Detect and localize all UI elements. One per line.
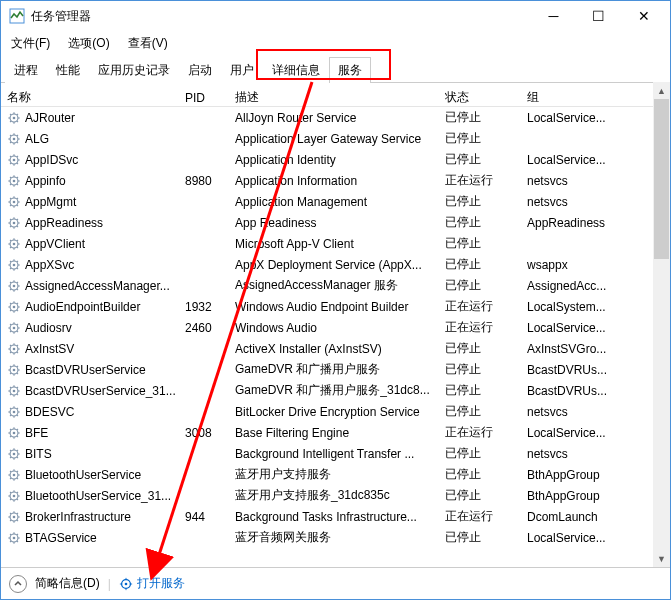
svg-line-7 xyxy=(10,113,11,114)
collapse-icon[interactable] xyxy=(9,575,27,593)
cell-desc: Base Filtering Engine xyxy=(229,426,439,440)
close-button[interactable]: ✕ xyxy=(621,2,666,31)
tab-performance[interactable]: 性能 xyxy=(47,57,89,83)
table-row[interactable]: BcastDVRUserService_31...GameDVR 和广播用户服务… xyxy=(1,380,670,401)
svg-point-212 xyxy=(124,582,127,585)
svg-line-210 xyxy=(10,540,11,541)
table-row[interactable]: AppReadinessApp Readiness已停止AppReadiness xyxy=(1,212,670,233)
scrollbar[interactable]: ▲ ▼ xyxy=(653,82,670,567)
table-row[interactable]: BrokerInfrastructure944Background Tasks … xyxy=(1,506,670,527)
maximize-button[interactable]: ☐ xyxy=(576,2,621,31)
menu-options[interactable]: 选项(O) xyxy=(64,33,113,54)
svg-line-38 xyxy=(17,183,18,184)
svg-line-70 xyxy=(10,246,11,247)
svg-line-167 xyxy=(10,449,11,450)
cell-desc: GameDVR 和广播用户服务 xyxy=(229,361,439,378)
tab-app-history[interactable]: 应用历史记录 xyxy=(89,57,179,83)
tab-processes[interactable]: 进程 xyxy=(5,57,47,83)
tab-startup[interactable]: 启动 xyxy=(179,57,221,83)
table-row[interactable]: AssignedAccessManager...AssignedAccessMa… xyxy=(1,275,670,296)
table-row[interactable]: BDESVCBitLocker Drive Encryption Service… xyxy=(1,401,670,422)
table-row[interactable]: BITSBackground Intelligent Transfer ...已… xyxy=(1,443,670,464)
footer-divider: | xyxy=(108,577,111,591)
menu-file[interactable]: 文件(F) xyxy=(7,33,54,54)
table-row[interactable]: AudioEndpointBuilder1932Windows Audio En… xyxy=(1,296,670,317)
svg-line-77 xyxy=(10,260,11,261)
gear-icon xyxy=(7,363,21,377)
table-row[interactable]: AppMgmtApplication Management已停止netsvcs xyxy=(1,191,670,212)
table-row[interactable]: Appinfo8980Application Information正在运行ne… xyxy=(1,170,670,191)
table-row[interactable]: AppXSvcAppX Deployment Service (AppX...已… xyxy=(1,254,670,275)
cell-status: 已停止 xyxy=(439,277,521,294)
table-row[interactable]: Audiosrv2460Windows Audio正在运行LocalServic… xyxy=(1,317,670,338)
scrollbar-thumb[interactable] xyxy=(654,99,669,259)
cell-desc: Windows Audio Endpoint Builder xyxy=(229,300,439,314)
tab-details[interactable]: 详细信息 xyxy=(263,57,329,83)
cell-status: 正在运行 xyxy=(439,172,521,189)
brief-info-button[interactable]: 简略信息(D) xyxy=(35,575,100,592)
svg-point-192 xyxy=(13,515,16,518)
gear-icon xyxy=(7,321,21,335)
table-row[interactable]: BFE3008Base Filtering Engine正在运行LocalSer… xyxy=(1,422,670,443)
table-row[interactable]: AppVClientMicrosoft App-V Client已停止 xyxy=(1,233,670,254)
svg-point-112 xyxy=(13,347,16,350)
cell-pid: 944 xyxy=(179,510,229,524)
gear-icon xyxy=(7,384,21,398)
gear-icon xyxy=(7,510,21,524)
table-row[interactable]: BluetoothUserService_31...蓝牙用户支持服务_31dc8… xyxy=(1,485,670,506)
cell-desc: Microsoft App-V Client xyxy=(229,237,439,251)
svg-line-48 xyxy=(17,204,18,205)
table-row[interactable]: AxInstSVActiveX Installer (AxInstSV)已停止A… xyxy=(1,338,670,359)
open-services-link[interactable]: 打开服务 xyxy=(119,575,185,592)
gear-icon xyxy=(7,174,21,188)
cell-desc: 蓝牙用户支持服务 xyxy=(229,466,439,483)
svg-line-140 xyxy=(10,393,11,394)
svg-point-22 xyxy=(13,158,16,161)
table-row[interactable]: BTAGService蓝牙音频网关服务已停止LocalService... xyxy=(1,527,670,548)
cell-group: LocalService... xyxy=(521,111,631,125)
svg-point-172 xyxy=(13,473,16,476)
cell-desc: AppX Deployment Service (AppX... xyxy=(229,258,439,272)
svg-line-150 xyxy=(10,414,11,415)
cell-pid: 3008 xyxy=(179,426,229,440)
svg-line-79 xyxy=(17,260,18,261)
cell-name: BITS xyxy=(1,447,179,461)
tab-users[interactable]: 用户 xyxy=(221,57,263,83)
gear-icon xyxy=(7,111,21,125)
svg-point-82 xyxy=(13,284,16,287)
gear-icon xyxy=(7,342,21,356)
cell-status: 正在运行 xyxy=(439,508,521,525)
cell-desc: Application Layer Gateway Service xyxy=(229,132,439,146)
svg-line-90 xyxy=(10,288,11,289)
table-row[interactable]: ALGApplication Layer Gateway Service已停止 xyxy=(1,128,670,149)
svg-point-182 xyxy=(13,494,16,497)
cell-status: 已停止 xyxy=(439,109,521,126)
window-title: 任务管理器 xyxy=(31,8,531,25)
cell-status: 已停止 xyxy=(439,151,521,168)
menu-view[interactable]: 查看(V) xyxy=(124,33,172,54)
table-row[interactable]: AppIDSvcApplication Identity已停止LocalServ… xyxy=(1,149,670,170)
cell-name: Appinfo xyxy=(1,174,179,188)
service-list: AJRouterAllJoyn Router Service已停止LocalSe… xyxy=(1,107,670,567)
cell-desc: AllJoyn Router Service xyxy=(229,111,439,125)
table-row[interactable]: BcastDVRUserServiceGameDVR 和广播用户服务已停止Bca… xyxy=(1,359,670,380)
svg-line-68 xyxy=(17,246,18,247)
scroll-up-button[interactable]: ▲ xyxy=(653,82,670,99)
svg-point-162 xyxy=(13,452,16,455)
svg-line-199 xyxy=(17,512,18,513)
svg-line-197 xyxy=(10,512,11,513)
minimize-button[interactable]: ─ xyxy=(531,2,576,31)
open-services-label: 打开服务 xyxy=(137,575,185,592)
col-header-pid[interactable]: PID xyxy=(179,87,229,109)
cell-name: BFE xyxy=(1,426,179,440)
svg-line-58 xyxy=(17,225,18,226)
svg-line-57 xyxy=(10,218,11,219)
svg-line-190 xyxy=(10,498,11,499)
svg-line-179 xyxy=(17,470,18,471)
tab-services[interactable]: 服务 xyxy=(329,57,371,83)
table-row[interactable]: BluetoothUserService蓝牙用户支持服务已停止BthAppGro… xyxy=(1,464,670,485)
svg-point-202 xyxy=(13,536,16,539)
scroll-down-button[interactable]: ▼ xyxy=(653,550,670,567)
svg-line-137 xyxy=(10,386,11,387)
table-row[interactable]: AJRouterAllJoyn Router Service已停止LocalSe… xyxy=(1,107,670,128)
